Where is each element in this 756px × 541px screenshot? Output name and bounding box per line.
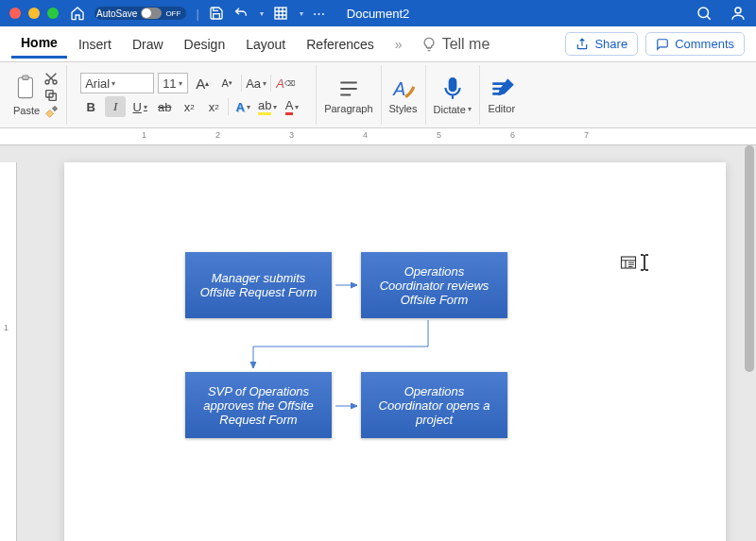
paragraph-group: Paragraph xyxy=(317,65,381,125)
font-group: Arial▾ 11▾ A▴ A▾ Aa▾ A⌫ B I U▾ ab x2 x2 … xyxy=(67,65,317,125)
dictate-label: Dictate xyxy=(434,104,466,115)
paragraph-label: Paragraph xyxy=(324,103,372,114)
tab-draw[interactable]: Draw xyxy=(123,31,173,58)
document-page[interactable]: Manager submits Offsite Request Form Ope… xyxy=(64,162,726,541)
dictate-button[interactable]: Dictate▾ xyxy=(434,76,472,115)
highlight-button[interactable]: ab▾ xyxy=(257,96,278,117)
window-titlebar: AutoSave OFF | ▾ ▾ ⋯ Document2 xyxy=(0,0,756,26)
underline-button[interactable]: U▾ xyxy=(129,96,150,117)
document-title: Document2 xyxy=(347,7,409,21)
ruler-mark: 3 xyxy=(289,130,294,140)
svg-point-6 xyxy=(53,80,57,84)
tell-me[interactable]: Tell me xyxy=(421,36,490,53)
minimize-window-button[interactable] xyxy=(28,8,40,19)
vertical-scrollbar[interactable] xyxy=(745,145,754,372)
ruler-mark: 2 xyxy=(215,130,220,140)
cut-icon[interactable] xyxy=(43,71,59,86)
home-icon[interactable] xyxy=(70,6,85,21)
ribbon: Paste Arial▾ 11▾ A▴ A▾ Aa▾ A⌫ B xyxy=(0,62,756,128)
tab-design[interactable]: Design xyxy=(175,31,235,58)
comments-button[interactable]: Comments xyxy=(645,32,745,56)
tabs-overflow[interactable]: » xyxy=(386,31,412,58)
editor-group: Editor xyxy=(480,65,524,125)
shrink-font-button[interactable]: A▾ xyxy=(216,73,237,93)
chevron-down-icon[interactable]: ▾ xyxy=(300,9,303,18)
font-size-select[interactable]: 11▾ xyxy=(158,73,188,93)
format-painter-icon[interactable] xyxy=(43,105,59,120)
zoom-window-button[interactable] xyxy=(47,8,59,19)
table-quick-icon[interactable] xyxy=(273,6,288,21)
flow-box-1-text: Manager submits Offsite Request Form xyxy=(195,271,322,299)
svg-rect-0 xyxy=(275,8,286,19)
microphone-icon xyxy=(440,76,465,102)
superscript-button[interactable]: x2 xyxy=(203,96,224,117)
styles-icon: A xyxy=(389,76,418,101)
text-effects-button[interactable]: A▾ xyxy=(232,96,253,117)
share-label: Share xyxy=(594,37,627,51)
tab-insert[interactable]: Insert xyxy=(69,31,121,58)
flow-box-2[interactable]: Operations Coordinator reviews Offsite F… xyxy=(361,252,507,318)
flow-box-4-text: Operations Coordinator opens a project xyxy=(370,384,498,427)
layout-options-handle[interactable] xyxy=(620,253,650,272)
paragraph-icon xyxy=(335,76,363,101)
bold-button[interactable]: B xyxy=(80,96,101,117)
paste-button[interactable]: Paste xyxy=(13,75,40,116)
clipboard-icon xyxy=(14,75,39,103)
autosave-toggle[interactable]: AutoSave OFF xyxy=(94,7,186,20)
styles-button[interactable]: A Styles xyxy=(389,76,418,114)
tab-references[interactable]: References xyxy=(297,31,384,58)
flow-box-2-text: Operations Coordinator reviews Offsite F… xyxy=(370,264,498,307)
paste-label: Paste xyxy=(13,105,40,116)
svg-text:A: A xyxy=(392,77,405,98)
editor-button[interactable]: Editor xyxy=(488,76,516,114)
text-cursor-icon xyxy=(639,253,650,272)
flow-box-3-text: SVP of Operations approves the Offsite R… xyxy=(195,384,322,427)
account-icon[interactable] xyxy=(730,5,747,22)
autosave-label: AutoSave xyxy=(96,8,137,19)
chevron-down-icon[interactable]: ▾ xyxy=(260,9,264,18)
ruler-mark: 1 xyxy=(142,130,146,140)
copy-icon[interactable] xyxy=(43,88,59,103)
vertical-ruler[interactable]: 1 xyxy=(0,162,17,541)
font-name-select[interactable]: Arial▾ xyxy=(80,73,154,93)
grow-font-button[interactable]: A▴ xyxy=(192,73,213,93)
toggle-switch-icon xyxy=(141,8,162,19)
autosave-state: OFF xyxy=(165,9,180,18)
subscript-button[interactable]: x2 xyxy=(179,96,199,117)
svg-rect-10 xyxy=(449,78,455,91)
styles-group: A Styles xyxy=(382,65,426,125)
more-icon[interactable]: ⋯ xyxy=(313,7,327,21)
flow-connectors xyxy=(64,162,726,541)
flow-box-4[interactable]: Operations Coordinator opens a project xyxy=(361,372,507,438)
ribbon-tabs: Home Insert Draw Design Layout Reference… xyxy=(0,26,756,62)
svg-rect-4 xyxy=(23,76,28,79)
tab-layout[interactable]: Layout xyxy=(236,31,295,58)
ruler-mark: 7 xyxy=(584,130,589,140)
font-name-value: Arial xyxy=(85,76,110,91)
svg-point-5 xyxy=(45,80,49,84)
flow-box-3[interactable]: SVP of Operations approves the Offsite R… xyxy=(185,372,332,438)
svg-point-2 xyxy=(735,8,741,13)
paragraph-button[interactable]: Paragraph xyxy=(324,76,372,114)
svg-rect-3 xyxy=(18,77,32,97)
styles-label: Styles xyxy=(389,103,418,114)
layout-options-icon xyxy=(620,254,637,271)
ruler-mark: 5 xyxy=(437,130,441,140)
font-size-value: 11 xyxy=(163,76,176,91)
tab-home[interactable]: Home xyxy=(11,29,67,59)
share-button[interactable]: Share xyxy=(565,32,638,56)
font-color-button[interactable]: A▾ xyxy=(282,96,302,117)
save-icon[interactable] xyxy=(209,6,224,21)
svg-point-1 xyxy=(698,8,709,18)
clear-formatting-button[interactable]: A⌫ xyxy=(275,73,296,93)
search-icon[interactable] xyxy=(696,5,713,22)
undo-icon[interactable] xyxy=(233,6,249,21)
flow-box-1[interactable]: Manager submits Offsite Request Form xyxy=(185,252,332,318)
strikethrough-button[interactable]: ab xyxy=(154,96,175,117)
horizontal-ruler[interactable]: 1 2 3 4 5 6 7 xyxy=(0,128,756,145)
change-case-button[interactable]: Aa▾ xyxy=(246,73,266,93)
lightbulb-icon xyxy=(421,37,437,52)
ruler-mark: 6 xyxy=(510,130,515,140)
close-window-button[interactable] xyxy=(9,8,21,19)
italic-button[interactable]: I xyxy=(105,96,126,117)
